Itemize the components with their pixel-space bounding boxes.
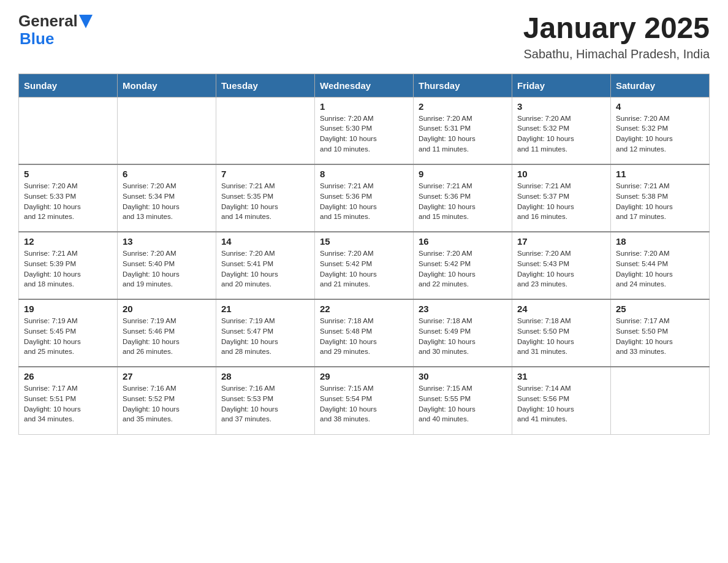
day-number: 14 <box>221 236 309 247</box>
day-info: Sunrise: 7:17 AMSunset: 5:51 PMDaylight:… <box>24 383 112 424</box>
day-number: 24 <box>517 304 605 314</box>
day-number: 28 <box>221 371 309 381</box>
day-info: Sunrise: 7:18 AMSunset: 5:49 PMDaylight:… <box>419 316 507 357</box>
calendar-cell: 6Sunrise: 7:20 AMSunset: 5:34 PMDaylight… <box>118 164 216 232</box>
day-info: Sunrise: 7:21 AMSunset: 5:39 PMDaylight:… <box>24 248 112 289</box>
day-info: Sunrise: 7:21 AMSunset: 5:37 PMDaylight:… <box>517 181 605 222</box>
header-day-saturday: Saturday <box>611 74 710 97</box>
day-info: Sunrise: 7:20 AMSunset: 5:42 PMDaylight:… <box>320 248 408 289</box>
day-number: 6 <box>123 169 211 179</box>
calendar-cell: 8Sunrise: 7:21 AMSunset: 5:36 PMDaylight… <box>315 164 414 232</box>
calendar-cell: 14Sunrise: 7:20 AMSunset: 5:41 PMDayligh… <box>216 232 315 299</box>
day-info: Sunrise: 7:21 AMSunset: 5:36 PMDaylight:… <box>320 181 408 222</box>
day-info: Sunrise: 7:18 AMSunset: 5:50 PMDaylight:… <box>517 316 605 357</box>
day-number: 31 <box>517 371 605 381</box>
day-number: 2 <box>419 101 507 112</box>
calendar-cell: 29Sunrise: 7:15 AMSunset: 5:54 PMDayligh… <box>315 367 414 434</box>
svg-marker-0 <box>79 15 93 28</box>
calendar-cell: 11Sunrise: 7:21 AMSunset: 5:38 PMDayligh… <box>611 164 710 232</box>
calendar-cell: 31Sunrise: 7:14 AMSunset: 5:56 PMDayligh… <box>512 367 611 434</box>
header: General Blue January 2025 Sabathu, Himac… <box>18 12 710 61</box>
day-info: Sunrise: 7:19 AMSunset: 5:47 PMDaylight:… <box>221 316 309 357</box>
day-number: 5 <box>24 169 112 179</box>
day-info: Sunrise: 7:20 AMSunset: 5:33 PMDaylight:… <box>24 181 112 222</box>
calendar-cell: 22Sunrise: 7:18 AMSunset: 5:48 PMDayligh… <box>315 299 414 367</box>
day-number: 29 <box>320 371 408 381</box>
calendar-week-row: 12Sunrise: 7:21 AMSunset: 5:39 PMDayligh… <box>19 232 710 299</box>
day-info: Sunrise: 7:20 AMSunset: 5:44 PMDaylight:… <box>616 248 704 289</box>
day-number: 8 <box>320 169 408 179</box>
day-number: 27 <box>123 371 211 381</box>
day-info: Sunrise: 7:20 AMSunset: 5:43 PMDaylight:… <box>517 248 605 289</box>
day-info: Sunrise: 7:20 AMSunset: 5:30 PMDaylight:… <box>320 113 408 155</box>
day-info: Sunrise: 7:20 AMSunset: 5:42 PMDaylight:… <box>419 248 507 289</box>
calendar-cell: 10Sunrise: 7:21 AMSunset: 5:37 PMDayligh… <box>512 164 611 232</box>
day-number: 1 <box>320 101 408 112</box>
day-info: Sunrise: 7:16 AMSunset: 5:53 PMDaylight:… <box>221 383 309 424</box>
day-info: Sunrise: 7:20 AMSunset: 5:31 PMDaylight:… <box>419 113 507 155</box>
calendar-cell: 9Sunrise: 7:21 AMSunset: 5:36 PMDaylight… <box>414 164 512 232</box>
calendar-cell: 1Sunrise: 7:20 AMSunset: 5:30 PMDaylight… <box>315 97 414 164</box>
calendar-cell: 21Sunrise: 7:19 AMSunset: 5:47 PMDayligh… <box>216 299 315 367</box>
calendar-week-row: 5Sunrise: 7:20 AMSunset: 5:33 PMDaylight… <box>19 164 710 232</box>
calendar-cell: 7Sunrise: 7:21 AMSunset: 5:35 PMDaylight… <box>216 164 315 232</box>
day-number: 16 <box>419 236 507 247</box>
day-number: 9 <box>419 169 507 179</box>
calendar-cell: 12Sunrise: 7:21 AMSunset: 5:39 PMDayligh… <box>19 232 118 299</box>
calendar-cell: 26Sunrise: 7:17 AMSunset: 5:51 PMDayligh… <box>19 367 118 434</box>
calendar-cell: 16Sunrise: 7:20 AMSunset: 5:42 PMDayligh… <box>414 232 512 299</box>
calendar-cell: 19Sunrise: 7:19 AMSunset: 5:45 PMDayligh… <box>19 299 118 367</box>
day-info: Sunrise: 7:15 AMSunset: 5:54 PMDaylight:… <box>320 383 408 424</box>
calendar-cell: 18Sunrise: 7:20 AMSunset: 5:44 PMDayligh… <box>611 232 710 299</box>
day-info: Sunrise: 7:20 AMSunset: 5:32 PMDaylight:… <box>517 113 605 155</box>
logo-triangle-icon <box>79 15 93 28</box>
calendar-subtitle: Sabathu, Himachal Pradesh, India <box>523 47 710 61</box>
day-number: 11 <box>616 169 704 179</box>
day-number: 19 <box>24 304 112 314</box>
calendar-cell <box>216 97 315 164</box>
logo: General Blue <box>18 12 93 47</box>
calendar-cell <box>611 367 710 434</box>
header-day-wednesday: Wednesday <box>315 74 414 97</box>
day-number: 7 <box>221 169 309 179</box>
calendar-cell <box>19 97 118 164</box>
calendar-cell: 15Sunrise: 7:20 AMSunset: 5:42 PMDayligh… <box>315 232 414 299</box>
calendar-cell: 13Sunrise: 7:20 AMSunset: 5:40 PMDayligh… <box>118 232 216 299</box>
day-number: 13 <box>123 236 211 247</box>
header-day-tuesday: Tuesday <box>216 74 315 97</box>
day-number: 12 <box>24 236 112 247</box>
day-info: Sunrise: 7:20 AMSunset: 5:41 PMDaylight:… <box>221 248 309 289</box>
calendar-cell: 25Sunrise: 7:17 AMSunset: 5:50 PMDayligh… <box>611 299 710 367</box>
header-day-sunday: Sunday <box>19 74 118 97</box>
header-day-monday: Monday <box>118 74 216 97</box>
day-number: 30 <box>419 371 507 381</box>
day-number: 18 <box>616 236 704 247</box>
calendar-cell: 28Sunrise: 7:16 AMSunset: 5:53 PMDayligh… <box>216 367 315 434</box>
day-number: 22 <box>320 304 408 314</box>
day-info: Sunrise: 7:17 AMSunset: 5:50 PMDaylight:… <box>616 316 704 357</box>
calendar-table: SundayMondayTuesdayWednesdayThursdayFrid… <box>18 74 710 435</box>
calendar-cell <box>118 97 216 164</box>
calendar-header-row: SundayMondayTuesdayWednesdayThursdayFrid… <box>19 74 710 97</box>
day-number: 26 <box>24 371 112 381</box>
day-number: 15 <box>320 236 408 247</box>
day-number: 17 <box>517 236 605 247</box>
day-info: Sunrise: 7:15 AMSunset: 5:55 PMDaylight:… <box>419 383 507 424</box>
header-day-thursday: Thursday <box>414 74 512 97</box>
calendar-week-row: 1Sunrise: 7:20 AMSunset: 5:30 PMDaylight… <box>19 97 710 164</box>
calendar-cell: 4Sunrise: 7:20 AMSunset: 5:32 PMDaylight… <box>611 97 710 164</box>
day-number: 4 <box>616 101 704 112</box>
day-info: Sunrise: 7:19 AMSunset: 5:45 PMDaylight:… <box>24 316 112 357</box>
calendar-cell: 2Sunrise: 7:20 AMSunset: 5:31 PMDaylight… <box>414 97 512 164</box>
day-info: Sunrise: 7:19 AMSunset: 5:46 PMDaylight:… <box>123 316 211 357</box>
day-number: 21 <box>221 304 309 314</box>
logo-general-text: General <box>18 12 78 30</box>
day-number: 25 <box>616 304 704 314</box>
calendar-cell: 17Sunrise: 7:20 AMSunset: 5:43 PMDayligh… <box>512 232 611 299</box>
calendar-cell: 27Sunrise: 7:16 AMSunset: 5:52 PMDayligh… <box>118 367 216 434</box>
calendar-cell: 30Sunrise: 7:15 AMSunset: 5:55 PMDayligh… <box>414 367 512 434</box>
calendar-cell: 3Sunrise: 7:20 AMSunset: 5:32 PMDaylight… <box>512 97 611 164</box>
header-day-friday: Friday <box>512 74 611 97</box>
day-number: 10 <box>517 169 605 179</box>
calendar-title: January 2025 <box>523 12 710 45</box>
